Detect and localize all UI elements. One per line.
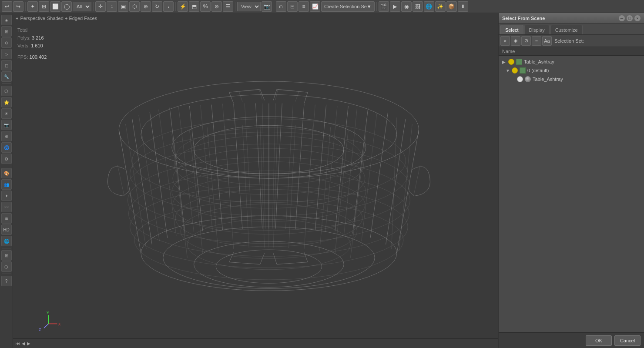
select-object-button[interactable]: ✦ <box>27 1 38 12</box>
select-move-button[interactable]: ✛ <box>95 1 106 12</box>
curve-editor-button[interactable]: 📈 <box>310 1 320 12</box>
active-shade-button[interactable]: ◉ <box>401 1 412 12</box>
snap-toggle-button[interactable]: ⚡ <box>178 1 188 12</box>
xview-btn[interactable]: ⊞ <box>1 250 12 261</box>
view-dropdown[interactable]: View <box>237 2 261 11</box>
tab-select[interactable]: Select <box>500 25 523 34</box>
lasso-select-button[interactable]: ◯ <box>61 1 72 12</box>
ok-button[interactable]: OK <box>586 335 612 346</box>
all-types-btn[interactable]: ◈ <box>511 36 520 46</box>
mirror-button[interactable]: ⫙ <box>276 1 286 12</box>
tree-item-child[interactable]: Table_Ashtray <box>499 75 644 84</box>
layer-manager-button[interactable]: ≡ <box>299 1 309 12</box>
svg-line-52 <box>344 108 357 236</box>
filter-dropdown[interactable]: All <box>73 2 91 11</box>
cancel-button[interactable]: Cancel <box>614 335 641 346</box>
main-layout: ◈ ⊞ ⊙ ▷ ◻ 🔧 ⬡ ⭐ ☀ 📷 ⊕ 🌀 ⚙ 🎨 👥 ✦ 〰 ≋ HD 🌐… <box>0 13 644 348</box>
rectangular-select-button[interactable]: ⬜ <box>50 1 60 12</box>
helpers-btn[interactable]: ⊕ <box>1 131 12 141</box>
svg-line-37 <box>370 112 388 238</box>
batch-render-button[interactable]: ⏸ <box>458 1 468 12</box>
case-sensitive-btn[interactable]: Aa <box>542 36 552 46</box>
effects-button[interactable]: ✨ <box>435 1 446 12</box>
svg-line-36 <box>353 108 368 234</box>
paint-btn[interactable]: 🎨 <box>1 168 12 178</box>
percent-snap-button[interactable]: % <box>200 1 211 12</box>
systems-btn[interactable]: ⚙ <box>1 154 12 164</box>
restore-button[interactable]: □ <box>627 15 633 21</box>
select-region-button[interactable]: ▣ <box>118 1 128 12</box>
angle-snap-button[interactable]: ⬒ <box>189 1 199 12</box>
tree-arrow-default: ▼ <box>506 68 510 73</box>
render-setup-button[interactable]: 🎬 <box>379 1 389 12</box>
box-icon-root <box>516 59 522 65</box>
svg-line-46 <box>245 104 252 229</box>
shapes-btn[interactable]: ⭐ <box>1 97 12 107</box>
svg-line-57 <box>189 130 202 253</box>
move-button[interactable]: ⊕ <box>141 1 151 12</box>
modify-tab[interactable]: ⊞ <box>1 26 12 37</box>
svg-line-28 <box>211 105 222 230</box>
play-btn[interactable]: ⏮ <box>16 341 20 346</box>
panel-bottom: OK Cancel <box>499 332 644 348</box>
render-frame-button[interactable]: 🖼 <box>413 1 423 12</box>
svg-line-68 <box>350 134 366 258</box>
prev-frame-btn[interactable]: ◀ <box>22 341 25 346</box>
environment-button[interactable]: 🌐 <box>424 1 434 12</box>
selection-set-label: Selection Set: <box>554 38 584 44</box>
svg-line-63 <box>273 124 278 248</box>
align-button[interactable]: ⊟ <box>287 1 298 12</box>
utilities-tab[interactable]: 🔧 <box>1 71 12 82</box>
viewport[interactable]: + Perspective Shaded + Edged Faces Total… <box>13 13 498 348</box>
svg-line-69 <box>117 165 124 196</box>
render-button[interactable]: ▶ <box>390 1 400 12</box>
tree-item-root[interactable]: ▶ Table_Ashtray <box>499 57 644 66</box>
tab-display[interactable]: Display <box>524 25 550 34</box>
motion-tab[interactable]: ▷ <box>1 49 12 59</box>
cameras-btn[interactable]: 📷 <box>1 120 12 130</box>
scale-button[interactable]: ⬩ <box>163 1 174 12</box>
select-subtree-btn[interactable]: ≡ <box>532 36 541 46</box>
tree-item-default[interactable]: ▼ 0 (default) <box>499 66 644 75</box>
render-to-texture-button[interactable]: 📦 <box>446 1 457 12</box>
create-tab[interactable]: ◈ <box>1 15 12 25</box>
display-tab[interactable]: ◻ <box>1 60 12 70</box>
create-selection-set-button[interactable]: Create Selection Se ▼ <box>321 1 375 12</box>
geometry-btn[interactable]: ⬡ <box>1 86 12 96</box>
question-btn[interactable]: ? <box>1 276 12 286</box>
bulb-icon-default <box>512 67 518 74</box>
hair-btn[interactable]: ≋ <box>1 213 12 224</box>
spinner-snap-button[interactable]: ⊛ <box>211 1 222 12</box>
hd-btn[interactable]: HD <box>1 224 12 235</box>
particles-btn[interactable]: ✦ <box>1 191 12 201</box>
name-column-header: Name <box>502 49 515 54</box>
separator-6 <box>376 2 377 11</box>
tree-label-root: Table_Ashtray <box>524 59 554 64</box>
hierarchy-tab[interactable]: ⊙ <box>1 37 12 48</box>
separator-4 <box>235 2 235 11</box>
select-by-name-button[interactable]: ⊞ <box>39 1 49 12</box>
clear-filter-btn[interactable]: × <box>500 36 510 46</box>
top-toolbar: ↩ ↪ ✦ ⊞ ⬜ ◯ All ✛ ↕ ▣ ⬡ ⊕ ↻ ⬩ ⚡ ⬒ % ⊛ ☰ … <box>0 0 644 13</box>
edit-named-selections-button[interactable]: ☰ <box>223 1 233 12</box>
invert-btn[interactable]: ⊙ <box>521 36 531 46</box>
camera-button[interactable]: 📷 <box>262 1 272 12</box>
tab-customize[interactable]: Customize <box>550 25 583 34</box>
redo-button[interactable]: ↪ <box>13 1 23 12</box>
selection-btn[interactable]: ⬡ <box>1 261 12 272</box>
tree-label-child: Table_Ashtray <box>533 77 563 82</box>
select-freeform-button[interactable]: ↕ <box>107 1 117 12</box>
select-paint-button[interactable]: ⬡ <box>129 1 140 12</box>
spacewarps-btn[interactable]: 🌀 <box>1 142 12 153</box>
rotate-button[interactable]: ↻ <box>152 1 162 12</box>
left-sidebar: ◈ ⊞ ⊙ ▷ ◻ 🔧 ⬡ ⭐ ☀ 📷 ⊕ 🌀 ⚙ 🎨 👥 ✦ 〰 ≋ HD 🌐… <box>0 13 13 348</box>
close-button[interactable]: × <box>634 15 641 21</box>
cloth-btn[interactable]: 〰 <box>1 202 12 212</box>
populate-btn[interactable]: 👥 <box>1 179 12 190</box>
undo-button[interactable]: ↩ <box>2 1 12 12</box>
lights-btn[interactable]: ☀ <box>1 108 12 119</box>
mapping-btn[interactable]: 🌐 <box>1 236 12 246</box>
minimize-button[interactable]: ─ <box>619 15 625 21</box>
right-panel: Select From Scene ─ □ × Select Display C… <box>498 13 644 348</box>
play-animation-btn[interactable]: ▶ <box>27 341 30 346</box>
